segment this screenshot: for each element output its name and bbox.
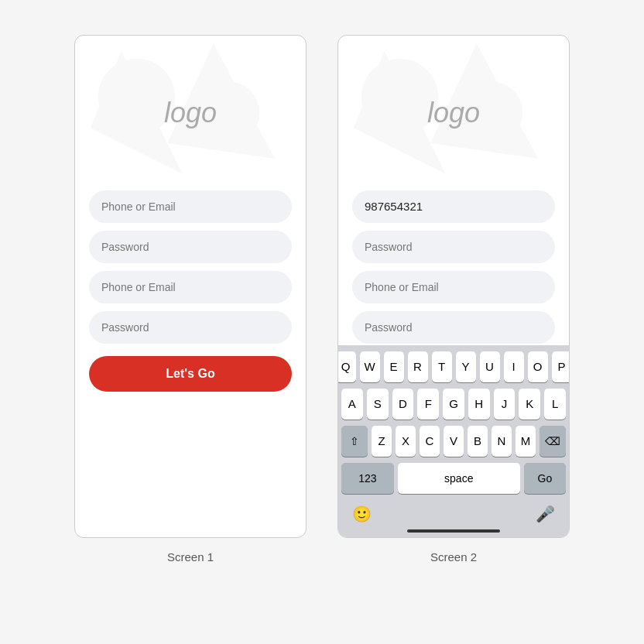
keyboard-row-1: Q W E R T Y U I O P — [341, 351, 566, 382]
screen2-wrapper: logo Q W E R T Y U I — [337, 35, 570, 564]
keyboard-accessory-row: 🙂 🎤 — [341, 500, 566, 526]
shift-key[interactable]: ⇧ — [341, 426, 368, 457]
key-p[interactable]: P — [552, 351, 570, 382]
phone-email-input-3[interactable] — [352, 271, 555, 303]
page-container: logo Let's Go Screen 1 — [74, 35, 570, 610]
mic-icon[interactable]: 🎤 — [536, 505, 555, 523]
key-w[interactable]: W — [360, 351, 380, 382]
key-t[interactable]: T — [432, 351, 452, 382]
key-r[interactable]: R — [408, 351, 428, 382]
phone-email-input-1[interactable] — [89, 190, 292, 223]
key-y[interactable]: Y — [456, 351, 476, 382]
go-key[interactable]: Go — [524, 463, 566, 494]
backspace-key[interactable]: ⌫ — [540, 426, 566, 457]
keyboard-row-3: ⇧ Z X C V B N M ⌫ — [341, 426, 566, 457]
keyboard-row-2: A S D F G H J K L — [341, 389, 566, 420]
key-l[interactable]: L — [544, 389, 566, 420]
key-h[interactable]: H — [468, 389, 490, 420]
screen1-frame: logo Let's Go — [74, 35, 307, 538]
key-f[interactable]: F — [417, 389, 439, 420]
keyboard: Q W E R T Y U I O P A S D F G — [338, 345, 569, 537]
key-j[interactable]: J — [494, 389, 516, 420]
key-i[interactable]: I — [504, 351, 524, 382]
phone-email-input-2[interactable] — [89, 271, 292, 303]
key-s[interactable]: S — [367, 389, 389, 420]
key-n[interactable]: N — [492, 426, 512, 457]
key-c[interactable]: C — [420, 426, 440, 457]
key-d[interactable]: D — [392, 389, 414, 420]
key-z[interactable]: Z — [372, 426, 392, 457]
key-o[interactable]: O — [528, 351, 548, 382]
space-key[interactable]: space — [398, 463, 520, 494]
logo-text-1: logo — [164, 97, 217, 129]
keyboard-bottom-row: 123 space Go — [341, 463, 566, 494]
screen2-form — [338, 190, 569, 345]
home-indicator — [407, 529, 500, 533]
key-x[interactable]: X — [396, 426, 416, 457]
key-a[interactable]: A — [341, 389, 363, 420]
screen1-label: Screen 1 — [167, 550, 214, 564]
password-input-2[interactable] — [89, 311, 292, 344]
key-g[interactable]: G — [443, 389, 464, 420]
logo-area-2: logo — [338, 36, 569, 190]
key-k[interactable]: K — [519, 389, 540, 420]
key-v[interactable]: V — [444, 426, 464, 457]
password-input-3[interactable] — [352, 231, 555, 263]
key-e[interactable]: E — [384, 351, 404, 382]
screen2-frame: logo Q W E R T Y U I — [337, 35, 570, 538]
key-q[interactable]: Q — [337, 351, 356, 382]
key-b[interactable]: B — [468, 426, 488, 457]
numbers-key[interactable]: 123 — [341, 463, 394, 494]
logo-text-2: logo — [427, 97, 480, 129]
screen1-wrapper: logo Let's Go Screen 1 — [74, 35, 307, 564]
phone-email-filled-input[interactable] — [352, 190, 555, 223]
screen2-label: Screen 2 — [430, 550, 477, 564]
screen1-form: Let's Go — [75, 190, 306, 537]
lets-go-button[interactable]: Let's Go — [89, 356, 292, 392]
password-input-1[interactable] — [89, 231, 292, 263]
emoji-icon[interactable]: 🙂 — [352, 505, 372, 523]
password-input-4[interactable] — [352, 311, 555, 344]
key-u[interactable]: U — [480, 351, 500, 382]
logo-area-1: logo — [75, 36, 306, 190]
key-m[interactable]: M — [516, 426, 536, 457]
